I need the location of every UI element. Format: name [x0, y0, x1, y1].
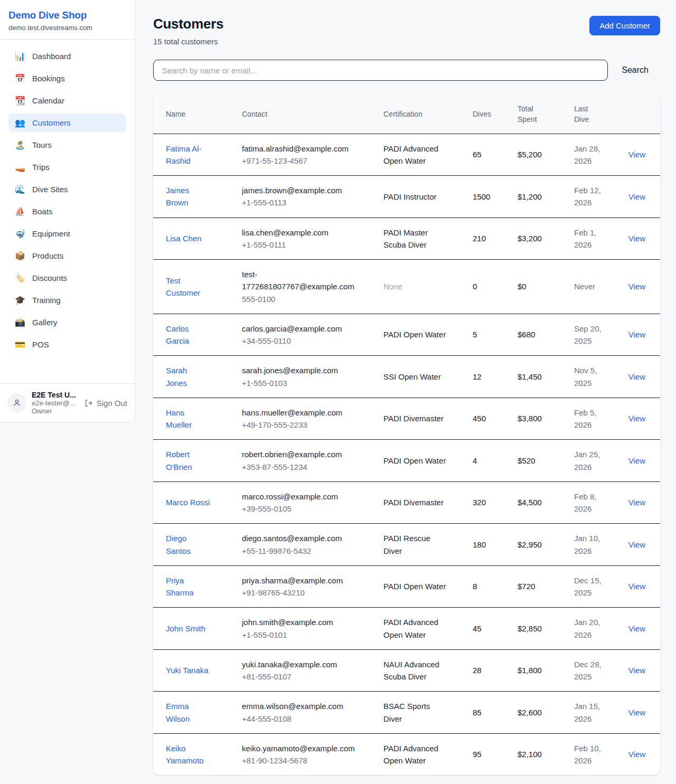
sidebar-item-dashboard[interactable]: 📊 Dashboard [8, 47, 126, 65]
customer-dives: 65 [473, 150, 482, 159]
view-customer-link[interactable]: View [628, 192, 645, 201]
add-customer-button[interactable]: Add Customer [589, 16, 660, 35]
view-customer-link[interactable]: View [628, 624, 645, 633]
sidebar-item-label: Tours [32, 140, 52, 149]
view-customer-link[interactable]: View [628, 750, 645, 759]
customer-name-link[interactable]: Fatima Al-Rashid [166, 143, 210, 167]
sidebar-item-label: POS [32, 340, 49, 349]
customer-name-link[interactable]: Lisa Chen [166, 232, 202, 244]
user-role: Owner [32, 407, 79, 415]
customer-phone: +39-555-0105 [242, 503, 354, 515]
page-header: Customers 15 total customers Add Custome… [153, 16, 660, 46]
sidebar-item-calendar[interactable]: 📆 Calendar [8, 91, 126, 110]
column-header-actions [623, 94, 660, 134]
customer-last-dive: Never [574, 282, 595, 291]
customer-name-link[interactable]: John Smith [166, 622, 205, 635]
sidebar-item-tours[interactable]: 🏝️ Tours [8, 136, 126, 154]
customer-name-link[interactable]: Test Customer [166, 275, 210, 299]
customer-name-link[interactable]: Hans Mueller [166, 407, 210, 431]
customer-name-link[interactable]: Marco Rossi [166, 496, 210, 508]
table-row: Carlos Garcia carlos.garcia@example.com … [153, 314, 660, 356]
sidebar-item-label: Training [32, 296, 61, 305]
customer-total-spent: $1,450 [518, 372, 542, 381]
customer-total-spent: $680 [518, 330, 535, 339]
customer-certification: PADI Advanced Open Water [383, 144, 438, 165]
customer-name-link[interactable]: James Brown [166, 184, 210, 209]
view-customer-link[interactable]: View [628, 234, 645, 243]
view-customer-link[interactable]: View [628, 414, 645, 423]
sign-out-button[interactable]: Sign Out [84, 399, 127, 408]
customer-total-spent: $2,100 [518, 750, 542, 759]
customer-phone: +81-90-1234-5678 [242, 754, 354, 767]
customer-name-link[interactable]: Emma Wilson [166, 700, 210, 725]
customer-certification: PADI Open Water [383, 582, 446, 591]
customer-email: james.brown@example.com [242, 184, 354, 196]
customer-phone: +55-11-99876-5432 [242, 545, 354, 557]
customer-certification: PADI Master Scuba Diver [383, 228, 428, 249]
view-customer-link[interactable]: View [628, 666, 645, 675]
user-name: E2E Test U... [32, 391, 79, 399]
customer-name-link[interactable]: Priya Sharma [166, 574, 210, 599]
sidebar-item-training[interactable]: 🎓 Training [8, 291, 126, 309]
sidebar-item-gallery[interactable]: 📸 Gallery [8, 313, 126, 332]
customer-certification: PADI Divemaster [383, 498, 444, 507]
customer-certification: PADI Instructor [383, 192, 437, 201]
total-customers-count: 15 total customers [153, 37, 223, 46]
sidebar-item-label: Gallery [32, 318, 58, 327]
customer-phone: +34-555-0110 [242, 335, 354, 347]
sidebar-item-bookings[interactable]: 📅 Bookings [8, 69, 126, 88]
dashboard-icon: 📊 [15, 52, 25, 61]
customer-last-dive: Feb 1, 2026 [574, 228, 597, 249]
sidebar-item-discounts[interactable]: 🏷️ Discounts [8, 269, 126, 287]
customer-name-link[interactable]: Sarah Jones [166, 364, 210, 389]
customer-phone: +1-555-0101 [242, 629, 354, 641]
customer-phone: +353-87-555-1234 [242, 461, 354, 473]
view-customer-link[interactable]: View [628, 540, 645, 549]
sidebar-item-dive-sites[interactable]: 🌊 Dive Sites [8, 180, 126, 199]
sidebar-item-products[interactable]: 📦 Products [8, 247, 126, 265]
search-button[interactable]: Search [608, 65, 660, 75]
customer-name-link[interactable]: Keiko Yamamoto [166, 742, 210, 767]
customer-total-spent: $3,800 [518, 414, 542, 423]
customer-total-spent: $4,500 [518, 498, 542, 507]
user-meta: E2E Test U... e2e-tester@... Owner [32, 391, 79, 415]
customer-name-link[interactable]: Diego Santos [166, 532, 210, 557]
view-customer-link[interactable]: View [628, 372, 645, 381]
customer-last-dive: Dec 15, 2025 [574, 576, 602, 597]
customer-name-link[interactable]: Robert O'Brien [166, 448, 210, 473]
customer-total-spent: $520 [518, 456, 535, 465]
training-icon: 🎓 [15, 296, 25, 305]
main-content: Customers 15 total customers Add Custome… [135, 0, 676, 775]
sidebar-item-trips[interactable]: 🚤 Trips [8, 158, 126, 176]
search-input[interactable] [153, 60, 608, 81]
sidebar-item-label: Discounts [32, 273, 67, 282]
sidebar-item-customers[interactable]: 👥 Customers [8, 114, 126, 132]
customer-email: carlos.garcia@example.com [242, 323, 354, 335]
customer-last-dive: Dec 28, 2025 [574, 660, 602, 681]
customer-email: sarah.jones@example.com [242, 364, 354, 376]
view-customer-link[interactable]: View [628, 498, 645, 507]
avatar [7, 393, 26, 412]
sidebar-item-equipment[interactable]: 🤿 Equipment [8, 224, 126, 243]
customer-certification: PADI Advanced Open Water [383, 618, 438, 639]
sidebar-item-pos[interactable]: 💳 POS [8, 335, 126, 354]
view-customer-link[interactable]: View [628, 708, 645, 717]
customer-email: emma.wilson@example.com [242, 700, 354, 712]
customer-name-link[interactable]: Yuki Tanaka [166, 664, 209, 676]
customer-name-link[interactable]: Carlos Garcia [166, 323, 210, 347]
view-customer-link[interactable]: View [628, 150, 645, 159]
customer-phone: +1-555-0103 [242, 377, 354, 389]
sidebar-item-label: Dive Sites [32, 185, 68, 194]
view-customer-link[interactable]: View [628, 282, 645, 291]
brand-name[interactable]: Demo Dive Shop [8, 10, 126, 21]
calendar-icon: 📆 [15, 97, 25, 105]
view-customer-link[interactable]: View [628, 330, 645, 339]
sidebar-item-boats[interactable]: ⛵ Boats [8, 202, 126, 221]
customers-table-card: Name Contact Certification Dives Total S… [153, 94, 660, 775]
customer-phone: +91-98765-43210 [242, 587, 354, 599]
customer-certification: BSAC Sports Diver [383, 702, 430, 723]
view-customer-link[interactable]: View [628, 582, 645, 591]
sidebar-item-label: Equipment [32, 229, 70, 238]
view-customer-link[interactable]: View [628, 456, 645, 465]
user-box: E2E Test U... e2e-tester@... Owner Sign … [0, 383, 135, 422]
